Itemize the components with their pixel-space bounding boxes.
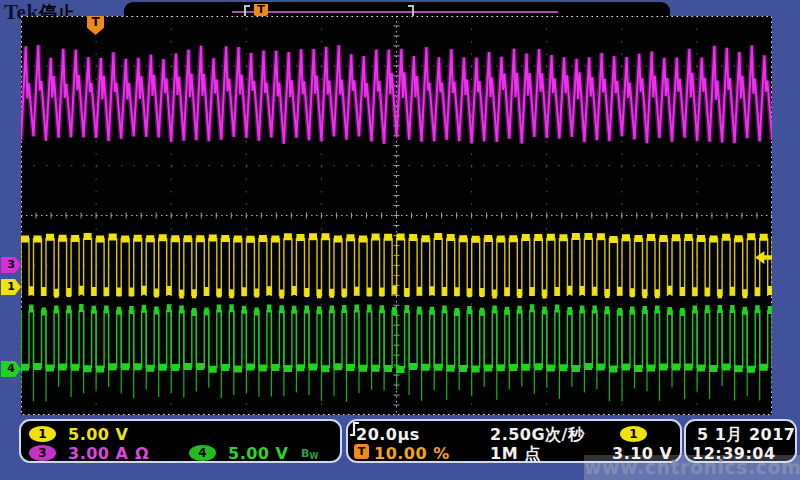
oscilloscope-screen: Tek 停止 T T 3 1 4 1 5.00 V 3 3.00 A Ω 4 5… (0, 0, 800, 480)
channel-3-ground-marker: 3 (1, 257, 21, 273)
record-length-readout: 1M 点 (490, 444, 541, 465)
waveform-display (21, 16, 772, 415)
trigger-source-badge: 1 (620, 426, 647, 442)
date-readout: 5 1月 2017 (697, 425, 795, 446)
channel-4-badge: 4 (189, 445, 216, 461)
channel-3-scale: 3.00 A (68, 444, 128, 463)
channel-readout-box: 1 5.00 V 3 3.00 A Ω 4 5.00 V BW (19, 419, 342, 463)
sample-rate-readout: 2.50G次/秒 (490, 425, 584, 446)
channel-1-badge: 1 (29, 426, 56, 442)
channel-1-ground-marker: 1 (1, 279, 21, 295)
channel-3-badge: 3 (29, 445, 56, 461)
graticule-and-traces (21, 16, 772, 415)
channel-4-ground-marker: 4 (1, 361, 21, 377)
trigger-position-flag-icon: T (354, 444, 369, 459)
channel-1-scale: 5.00 V (68, 425, 128, 444)
watermark: www.cntronics.com (584, 455, 800, 480)
record-waveform-overview (232, 11, 558, 13)
channel-4-scale: 5.00 V (228, 444, 288, 463)
timebase-readout: 20.0µs (356, 425, 420, 444)
bandwidth-limit-icon: BW (301, 447, 318, 461)
channel-3-coupling: Ω (135, 444, 149, 463)
trigger-position-readout: 10.00 % (374, 444, 450, 463)
